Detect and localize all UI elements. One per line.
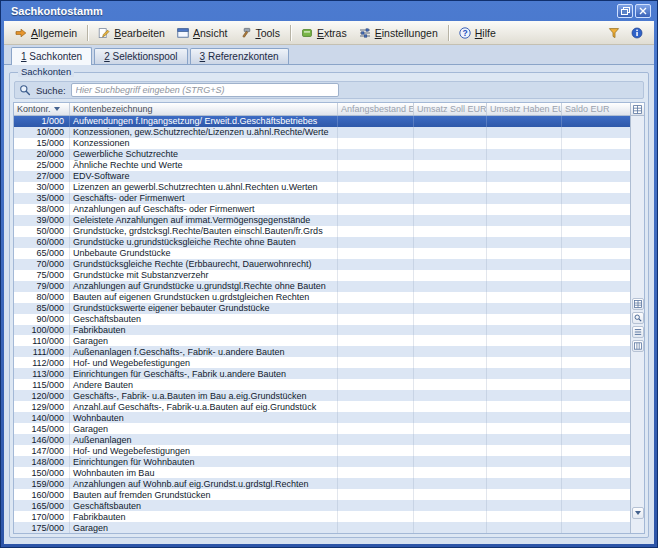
menu-einstellungen[interactable]: Einstellungen — [354, 25, 443, 41]
table-row[interactable]: 120/000 Geschäfts-, Fabrik- u.a.Bauten i… — [14, 390, 630, 401]
table-row[interactable]: 20/000 Gewerbliche Schutzrechte — [14, 149, 630, 160]
column-header-kontonr[interactable]: Kontonr. — [14, 103, 70, 115]
cell-kontonr: 159/000 — [14, 478, 70, 489]
menu-allgemein[interactable]: Allgemein — [10, 25, 82, 41]
table-row[interactable]: 50/000 Grundstücke, grdstcksgl.Rechte/Ba… — [14, 226, 630, 237]
column-header-umsatz-soll[interactable]: Umsatz Soll EUR — [414, 103, 487, 115]
restore-button[interactable] — [617, 4, 633, 18]
grid-view-button[interactable] — [632, 298, 644, 310]
extras-icon — [301, 27, 313, 39]
menubar: Allgemein Bearbeiten Ansicht Tools Extra… — [4, 21, 654, 45]
filter-button[interactable] — [606, 25, 622, 41]
cell-umsatz-soll — [414, 434, 487, 445]
table-row[interactable]: 35/000 Geschäfts- oder Firmenwert — [14, 193, 630, 204]
table-header: Kontonr. Kontenbezeichnung Anfangsbestan… — [14, 103, 630, 116]
table-row[interactable]: 60/000 Grundstücke u.grundstücksgleiche … — [14, 237, 630, 248]
table-row[interactable]: 148/000 Einrichtungen für Wohnbauten — [14, 456, 630, 467]
tab-sachkonten[interactable]: 1 Sachkonten — [11, 47, 92, 65]
cell-bezeichnung: Einrichtungen für Geschäfts-, Fabrik u.a… — [70, 368, 338, 379]
table-row[interactable]: 170/000 Fabrikbauten — [14, 511, 630, 522]
table-row[interactable]: 38/000 Anzahlungen auf Geschäfts- oder F… — [14, 204, 630, 215]
table-row[interactable]: 65/000 Unbebaute Grundstücke — [14, 248, 630, 259]
cell-kontonr: 165/000 — [14, 500, 70, 511]
table-row[interactable]: 90/000 Geschäftsbauten — [14, 314, 630, 325]
cell-kontonr: 39/000 — [14, 215, 70, 226]
column-header-saldo[interactable]: Saldo EUR — [562, 103, 630, 115]
search-input[interactable] — [71, 83, 339, 97]
accounts-table: Kontonr. Kontenbezeichnung Anfangsbestan… — [13, 102, 645, 534]
table-row[interactable]: 79/000 Anzahlungen auf Grundstücke u.gru… — [14, 281, 630, 292]
columns-button[interactable] — [632, 340, 644, 352]
column-header-kontenbezeichnung[interactable]: Kontenbezeichnung — [70, 103, 338, 115]
search-rows-button[interactable] — [632, 312, 644, 324]
menu-hilfe[interactable]: ? Hilfe — [454, 25, 501, 41]
table-row[interactable]: 175/000 Garagen — [14, 522, 630, 533]
table-row[interactable]: 1/000 Aufwendungen f.Ingangsetzung/ Erwe… — [14, 116, 630, 127]
table-row[interactable]: 27/000 EDV-Software — [14, 171, 630, 182]
cell-kontonr: 150/000 — [14, 467, 70, 478]
cell-umsatz-soll — [414, 292, 487, 303]
titlebar: Sachkontostamm — [4, 1, 654, 21]
cell-umsatz-soll — [414, 368, 487, 379]
table-row[interactable]: 150/000 Wohnbauten im Bau — [14, 467, 630, 478]
sort-icon — [54, 107, 60, 111]
cell-anfangsbestand — [338, 303, 414, 314]
scrollbar-track[interactable] — [631, 116, 644, 533]
cell-anfangsbestand — [338, 456, 414, 467]
table-row[interactable]: 100/000 Fabrikbauten — [14, 325, 630, 336]
menu-tools[interactable]: Tools — [234, 25, 285, 41]
cell-anfangsbestand — [338, 325, 414, 336]
table-row[interactable]: 110/000 Garagen — [14, 335, 630, 346]
cell-saldo — [562, 511, 630, 522]
list-view-button[interactable] — [632, 326, 644, 338]
cell-umsatz-soll — [414, 138, 487, 149]
table-row[interactable]: 80/000 Bauten auf eigenen Grundstücken u… — [14, 292, 630, 303]
table-row[interactable]: 113/000 Einrichtungen für Geschäfts-, Fa… — [14, 368, 630, 379]
cell-umsatz-haben — [487, 500, 562, 511]
cell-kontonr: 79/000 — [14, 281, 70, 292]
scroll-down-button[interactable] — [632, 507, 644, 519]
cell-saldo — [562, 193, 630, 204]
table-row[interactable]: 146/000 Außenanlagen — [14, 434, 630, 445]
cell-saldo — [562, 368, 630, 379]
table-row[interactable]: 10/000 Konzessionen, gew.Schutzrechte/Li… — [14, 127, 630, 138]
table-row[interactable]: 75/000 Grundstücke mit Substanzverzehr — [14, 270, 630, 281]
table-row[interactable]: 159/000 Anzahlungen auf Wohnb.auf eig.Gr… — [14, 478, 630, 489]
cell-umsatz-haben — [487, 401, 562, 412]
tab-selektionspool[interactable]: 2 Selektionspool — [94, 48, 187, 64]
table-row[interactable]: 147/000 Hof- und Wegebefestigungen — [14, 445, 630, 456]
cell-anfangsbestand — [338, 204, 414, 215]
cell-anfangsbestand — [338, 423, 414, 434]
menu-bearbeiten[interactable]: Bearbeiten — [93, 25, 170, 41]
table-row[interactable]: 140/000 Wohnbauten — [14, 412, 630, 423]
table-row[interactable]: 165/000 Geschäftsbauten — [14, 500, 630, 511]
menu-extras[interactable]: Extras — [296, 25, 352, 41]
close-button[interactable] — [635, 4, 651, 18]
menu-ansicht[interactable]: Ansicht — [172, 25, 232, 41]
table-row[interactable]: 112/000 Hof- und Wegebefestigungen — [14, 357, 630, 368]
table-row[interactable]: 160/000 Bauten auf fremden Grundstücken — [14, 489, 630, 500]
cell-kontonr: 27/000 — [14, 171, 70, 182]
table-row[interactable]: 39/000 Geleistete Anzahlungen auf immat.… — [14, 215, 630, 226]
table-row[interactable]: 111/000 Außenanlagen f.Geschäfts-, Fabri… — [14, 346, 630, 357]
cell-saldo — [562, 138, 630, 149]
table-row[interactable]: 85/000 Grundstückswerte eigener bebauter… — [14, 303, 630, 314]
column-header-anfangsbestand[interactable]: Anfangsbestand EUR — [338, 103, 414, 115]
table-row[interactable]: 70/000 Grundstücksgleiche Rechte (Erbbau… — [14, 259, 630, 270]
cell-umsatz-soll — [414, 401, 487, 412]
column-chooser-button[interactable] — [631, 103, 644, 116]
table-row[interactable]: 115/000 Andere Bauten — [14, 379, 630, 390]
cell-bezeichnung: Hof- und Wegebefestigungen — [70, 357, 338, 368]
cell-umsatz-haben — [487, 445, 562, 456]
table-row[interactable]: 129/000 Anzahl.auf Geschäfts-, Fabrik-u.… — [14, 401, 630, 412]
tab-referenzkonten[interactable]: 3 Referenzkonten — [190, 48, 289, 64]
table-row[interactable]: 145/000 Garagen — [14, 423, 630, 434]
cell-anfangsbestand — [338, 511, 414, 522]
table-row[interactable]: 25/000 Ähnliche Rechte und Werte — [14, 160, 630, 171]
cell-umsatz-haben — [487, 270, 562, 281]
table-row[interactable]: 30/000 Lizenzen an gewerbl.Schutzrechten… — [14, 182, 630, 193]
column-header-umsatz-haben[interactable]: Umsatz Haben EUR — [487, 103, 562, 115]
info-button[interactable] — [629, 25, 645, 41]
table-row[interactable]: 15/000 Konzessionen — [14, 138, 630, 149]
cell-saldo — [562, 500, 630, 511]
